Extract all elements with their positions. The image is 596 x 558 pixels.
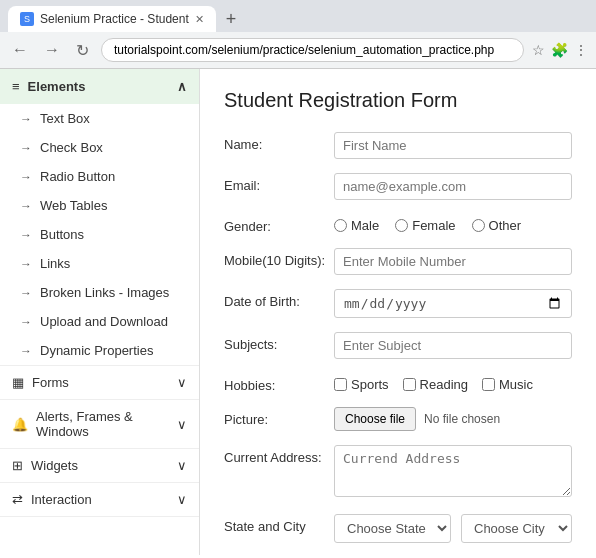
- elements-header-left: ≡ Elements: [12, 79, 85, 94]
- hobby-sports-checkbox[interactable]: [334, 378, 347, 391]
- elements-header[interactable]: ≡ Elements ∧: [0, 69, 199, 104]
- forms-header-left: ▦ Forms: [12, 375, 69, 390]
- sidebar-label-buttons: Buttons: [40, 227, 84, 242]
- sidebar-label-links: Links: [40, 256, 70, 271]
- interaction-header[interactable]: ⇄ Interaction ∨: [0, 483, 199, 516]
- alerts-header[interactable]: 🔔 Alerts, Frames & Windows ∨: [0, 400, 199, 448]
- gender-male-label: Male: [351, 218, 379, 233]
- city-select[interactable]: Choose City: [461, 514, 572, 543]
- menu-icon[interactable]: ⋮: [574, 42, 588, 58]
- mobile-input[interactable]: [334, 248, 572, 275]
- subjects-label: Subjects:: [224, 332, 334, 352]
- alerts-header-left: 🔔 Alerts, Frames & Windows: [12, 409, 177, 439]
- hobby-reading[interactable]: Reading: [403, 377, 468, 392]
- choose-file-button[interactable]: Choose file: [334, 407, 416, 431]
- browser-chrome: S Selenium Practice - Student ✕ + ← → ↻ …: [0, 0, 596, 69]
- browser-tab[interactable]: S Selenium Practice - Student ✕: [8, 6, 216, 32]
- address-bar: ← → ↻ ☆ 🧩 ⋮: [0, 32, 596, 68]
- address-textarea[interactable]: [334, 445, 572, 497]
- interaction-label: Interaction: [31, 492, 92, 507]
- gender-other-label: Other: [489, 218, 522, 233]
- elements-label: Elements: [28, 79, 86, 94]
- dob-input[interactable]: [334, 289, 572, 318]
- sidebar-item-brokenlinks[interactable]: → Broken Links - Images: [0, 278, 199, 307]
- state-city-label: State and City: [224, 514, 334, 534]
- app-layout: ≡ Elements ∧ → Text Box → Check Box → Ra…: [0, 69, 596, 555]
- state-city-row: State and City Choose State Choose City: [224, 514, 572, 543]
- email-row: Email:: [224, 173, 572, 200]
- alerts-section: 🔔 Alerts, Frames & Windows ∨: [0, 400, 199, 449]
- hobby-music-checkbox[interactable]: [482, 378, 495, 391]
- forms-section: ▦ Forms ∨: [0, 366, 199, 400]
- state-select[interactable]: Choose State: [334, 514, 451, 543]
- gender-other[interactable]: Other: [472, 218, 522, 233]
- sidebar-item-buttons[interactable]: → Buttons: [0, 220, 199, 249]
- forward-button[interactable]: →: [40, 39, 64, 61]
- form-title: Student Registration Form: [224, 89, 572, 112]
- address-icons: ☆ 🧩 ⋮: [532, 42, 588, 58]
- arrow-icon-dynamic: →: [20, 344, 32, 358]
- hobby-music-label: Music: [499, 377, 533, 392]
- sidebar-item-textbox[interactable]: → Text Box: [0, 104, 199, 133]
- forms-expand-icon: ∨: [177, 375, 187, 390]
- widgets-expand-icon: ∨: [177, 458, 187, 473]
- email-control: [334, 173, 572, 200]
- arrow-icon-upload: →: [20, 315, 32, 329]
- hamburger-icon: ≡: [12, 79, 20, 94]
- subjects-input[interactable]: [334, 332, 572, 359]
- interaction-header-left: ⇄ Interaction: [12, 492, 92, 507]
- forms-label: Forms: [32, 375, 69, 390]
- sidebar-item-webtables[interactable]: → Web Tables: [0, 191, 199, 220]
- hobby-music[interactable]: Music: [482, 377, 533, 392]
- arrow-icon-checkbox: →: [20, 141, 32, 155]
- back-button[interactable]: ←: [8, 39, 32, 61]
- dob-row: Date of Birth:: [224, 289, 572, 318]
- gender-female-radio[interactable]: [395, 219, 408, 232]
- sidebar-item-radiobutton[interactable]: → Radio Button: [0, 162, 199, 191]
- interaction-expand-icon: ∨: [177, 492, 187, 507]
- url-input[interactable]: [101, 38, 524, 62]
- gender-male-radio[interactable]: [334, 219, 347, 232]
- sidebar-label-radiobutton: Radio Button: [40, 169, 115, 184]
- gender-row: Gender: Male Female Other: [224, 214, 572, 234]
- gender-other-radio[interactable]: [472, 219, 485, 232]
- bookmark-icon[interactable]: ☆: [532, 42, 545, 58]
- sidebar-label-upload: Upload and Download: [40, 314, 168, 329]
- extensions-icon[interactable]: 🧩: [551, 42, 568, 58]
- tab-bar: S Selenium Practice - Student ✕ +: [0, 0, 596, 32]
- alerts-expand-icon: ∨: [177, 417, 187, 432]
- gender-male[interactable]: Male: [334, 218, 379, 233]
- select-group: Choose State Choose City: [334, 514, 572, 543]
- interaction-section: ⇄ Interaction ∨: [0, 483, 199, 517]
- picture-label: Picture:: [224, 407, 334, 427]
- forms-icon: ▦: [12, 375, 24, 390]
- gender-female[interactable]: Female: [395, 218, 455, 233]
- main-content: Student Registration Form Name: Email: G…: [200, 69, 596, 555]
- sidebar-label-textbox: Text Box: [40, 111, 90, 126]
- gender-radio-group: Male Female Other: [334, 214, 572, 233]
- address-row: Current Address:: [224, 445, 572, 500]
- arrow-icon-textbox: →: [20, 112, 32, 126]
- sidebar-label-checkbox: Check Box: [40, 140, 103, 155]
- address-control: [334, 445, 572, 500]
- hobby-sports[interactable]: Sports: [334, 377, 389, 392]
- file-no-chosen: No file chosen: [424, 412, 500, 426]
- widgets-header[interactable]: ⊞ Widgets ∨: [0, 449, 199, 482]
- hobby-reading-checkbox[interactable]: [403, 378, 416, 391]
- name-label: Name:: [224, 132, 334, 152]
- sidebar-item-dynamic[interactable]: → Dynamic Properties: [0, 336, 199, 365]
- reload-button[interactable]: ↻: [72, 39, 93, 62]
- email-input[interactable]: [334, 173, 572, 200]
- sidebar-item-upload[interactable]: → Upload and Download: [0, 307, 199, 336]
- sidebar-item-links[interactable]: → Links: [0, 249, 199, 278]
- sidebar: ≡ Elements ∧ → Text Box → Check Box → Ra…: [0, 69, 200, 555]
- new-tab-button[interactable]: +: [220, 9, 243, 30]
- tab-title: Selenium Practice - Student: [40, 12, 189, 26]
- name-input[interactable]: [334, 132, 572, 159]
- tab-close-button[interactable]: ✕: [195, 13, 204, 26]
- state-city-control: Choose State Choose City: [334, 514, 572, 543]
- dob-control: [334, 289, 572, 318]
- sidebar-label-webtables: Web Tables: [40, 198, 107, 213]
- forms-header[interactable]: ▦ Forms ∨: [0, 366, 199, 399]
- sidebar-item-checkbox[interactable]: → Check Box: [0, 133, 199, 162]
